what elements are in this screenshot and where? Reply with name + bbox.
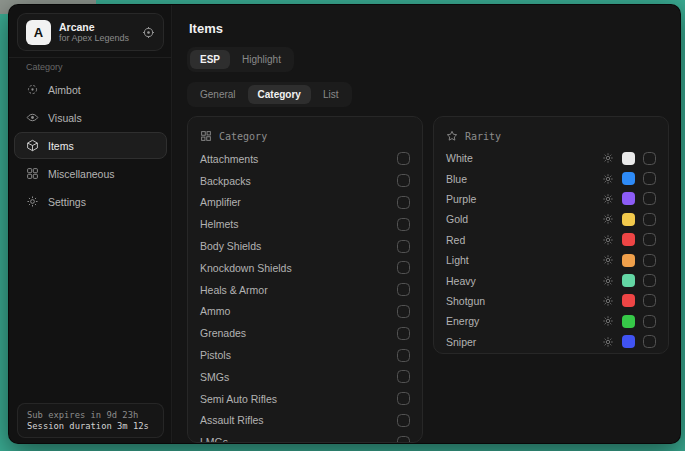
color-swatch-heavy[interactable]: [622, 274, 635, 287]
sidebar-divider: [9, 57, 171, 58]
category-row-label: Attachments: [200, 153, 258, 165]
rarity-row-energy: Energy: [446, 311, 656, 331]
gear-icon[interactable]: [602, 315, 614, 327]
gear-icon[interactable]: [602, 234, 614, 246]
checkbox-red[interactable]: [643, 233, 656, 246]
checkbox-lmgs[interactable]: [397, 436, 410, 443]
sidebar-item-visuals[interactable]: Visuals: [14, 104, 167, 131]
gear-icon[interactable]: [602, 275, 614, 287]
rarity-row-controls: [602, 294, 656, 307]
checkbox-grenades[interactable]: [397, 327, 410, 340]
checkbox-shotgun[interactable]: [643, 294, 656, 307]
rarity-row-controls: [602, 315, 656, 328]
category-row-assault-rifles: Assault Rifles: [200, 410, 410, 432]
gear-icon[interactable]: [602, 213, 614, 225]
color-swatch-energy[interactable]: [622, 315, 635, 328]
tab-esp[interactable]: ESP: [190, 50, 230, 69]
app-logo: A: [26, 20, 51, 45]
category-panel-header: Category: [200, 126, 410, 146]
category-row-heals-armor: Heals & Armor: [200, 279, 410, 301]
color-swatch-blue[interactable]: [622, 172, 635, 185]
color-swatch-purple[interactable]: [622, 192, 635, 205]
category-row-helmets: Helmets: [200, 213, 410, 235]
category-row-label: Body Shields: [200, 240, 261, 252]
category-row-amplifier: Amplifier: [200, 192, 410, 214]
checkbox-attachments[interactable]: [397, 152, 410, 165]
gear-icon[interactable]: [602, 193, 614, 205]
gear-icon[interactable]: [602, 295, 614, 307]
category-row-label: SMGs: [200, 371, 229, 383]
color-swatch-white[interactable]: [622, 152, 635, 165]
sidebar-item-settings[interactable]: Settings: [14, 188, 167, 215]
rarity-row-sniper: Sniper: [446, 332, 656, 352]
checkbox-smgs[interactable]: [397, 370, 410, 383]
rarity-row-purple: Purple: [446, 189, 656, 209]
rarity-row-controls: [602, 335, 656, 348]
tab-list[interactable]: List: [313, 85, 349, 104]
checkbox-ammo[interactable]: [397, 305, 410, 318]
rarity-row-label: Blue: [446, 173, 602, 185]
rarity-panel: Rarity WhiteBluePurpleGoldRedLightHeavyS…: [433, 116, 669, 354]
sidebar-item-items[interactable]: Items: [14, 132, 167, 159]
gear-icon[interactable]: [602, 336, 614, 348]
tab-highlight[interactable]: Highlight: [232, 50, 291, 69]
gear-icon[interactable]: [602, 152, 614, 164]
color-swatch-light[interactable]: [622, 254, 635, 267]
tab-category[interactable]: Category: [248, 85, 311, 104]
category-row-grenades: Grenades: [200, 322, 410, 344]
app-title: Arcane: [59, 21, 134, 33]
category-row-pistols: Pistols: [200, 344, 410, 366]
checkbox-pistols[interactable]: [397, 349, 410, 362]
eye-icon: [26, 111, 39, 124]
session-duration-text: Session duration 3m 12s: [27, 421, 154, 431]
category-row-label: Semi Auto Rifles: [200, 393, 277, 405]
checkbox-sniper[interactable]: [643, 335, 656, 348]
category-row-label: Grenades: [200, 327, 246, 339]
sidebar-item-label: Settings: [48, 196, 86, 208]
color-swatch-gold[interactable]: [622, 213, 635, 226]
checkbox-amplifier[interactable]: [397, 196, 410, 209]
gear-icon[interactable]: [602, 173, 614, 185]
sidebar-item-aimbot[interactable]: Aimbot: [14, 76, 167, 103]
checkbox-heavy[interactable]: [643, 274, 656, 287]
category-row-smgs: SMGs: [200, 366, 410, 388]
checkbox-body-shields[interactable]: [397, 240, 410, 253]
category-row-lmgs: LMGs: [200, 431, 410, 443]
category-row-label: LMGs: [200, 436, 228, 443]
rarity-row-controls: [602, 254, 656, 267]
view-tab-group: GeneralCategoryList: [187, 82, 352, 107]
checkbox-assault-rifles[interactable]: [397, 414, 410, 427]
color-swatch-red[interactable]: [622, 233, 635, 246]
checkbox-light[interactable]: [643, 254, 656, 267]
subscription-card: Sub expires in 9d 23h Session duration 3…: [17, 403, 164, 438]
rarity-row-controls: [602, 192, 656, 205]
box-icon: [26, 139, 39, 152]
checkbox-knockdown-shields[interactable]: [397, 261, 410, 274]
color-swatch-shotgun[interactable]: [622, 294, 635, 307]
checkbox-blue[interactable]: [643, 172, 656, 185]
rarity-row-shotgun: Shotgun: [446, 291, 656, 311]
category-row-label: Pistols: [200, 349, 231, 361]
checkbox-gold[interactable]: [643, 213, 656, 226]
sidebar-item-label: Visuals: [48, 112, 82, 124]
category-list: AttachmentsBackpacksAmplifierHelmetsBody…: [200, 148, 410, 443]
sidebar-item-miscellaneous[interactable]: Miscellaneous: [14, 160, 167, 187]
rarity-row-controls: [602, 152, 656, 165]
gear-icon[interactable]: [602, 254, 614, 266]
category-row-attachments: Attachments: [200, 148, 410, 170]
color-swatch-sniper[interactable]: [622, 335, 635, 348]
checkbox-semi-auto-rifles[interactable]: [397, 392, 410, 405]
target-icon[interactable]: [142, 26, 155, 39]
checkbox-energy[interactable]: [643, 315, 656, 328]
checkbox-helmets[interactable]: [397, 218, 410, 231]
rarity-row-red: Red: [446, 230, 656, 250]
checkbox-heals-armor[interactable]: [397, 283, 410, 296]
checkbox-white[interactable]: [643, 152, 656, 165]
checkbox-purple[interactable]: [643, 192, 656, 205]
app-name-block: Arcane for Apex Legends: [59, 21, 134, 43]
tab-general[interactable]: General: [190, 85, 246, 104]
checkbox-backpacks[interactable]: [397, 174, 410, 187]
sidebar-nav: AimbotVisualsItemsMiscellaneousSettings: [14, 76, 167, 215]
rarity-row-controls: [602, 233, 656, 246]
category-row-label: Amplifier: [200, 196, 241, 208]
